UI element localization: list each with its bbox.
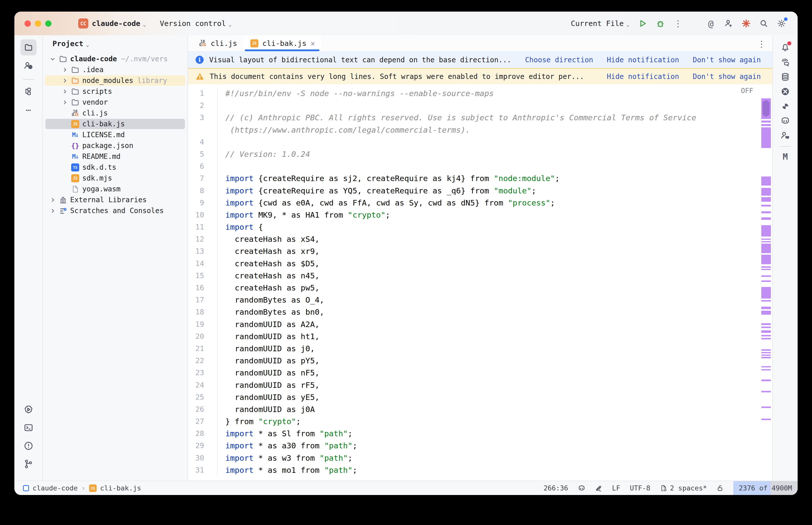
tab-cli-bak-js[interactable]: JS cli-bak.js ×: [243, 35, 321, 51]
line-number[interactable]: 6: [188, 160, 218, 172]
line-number[interactable]: [188, 124, 218, 136]
project-panel-header[interactable]: Project ⌄: [43, 35, 188, 52]
plugin-starburst-button[interactable]: [739, 16, 753, 31]
notifications-button[interactable]: [778, 41, 793, 55]
tree-item-readme-md[interactable]: M↓README.md: [43, 151, 188, 162]
line-number[interactable]: 15: [188, 270, 218, 282]
line-number[interactable]: 16: [188, 282, 218, 294]
indent-selector[interactable]: 2 spaces*: [660, 484, 707, 492]
line-number[interactable]: 28: [188, 427, 218, 439]
copilot-status-button[interactable]: [578, 484, 586, 492]
line-number[interactable]: 20: [188, 330, 218, 342]
project-widget[interactable]: claude-code ⌄: [92, 19, 149, 28]
line-number[interactable]: 5: [188, 148, 218, 160]
structure-toolwindow-button[interactable]: [20, 84, 36, 100]
line-number[interactable]: 11: [188, 221, 218, 233]
code-with-me-button[interactable]: [721, 16, 736, 31]
breadcrumb-file[interactable]: cli-bak.js: [100, 484, 141, 492]
debug-button[interactable]: [653, 16, 667, 31]
tree-item-sdk-d-ts[interactable]: TSsdk.d.ts: [43, 162, 188, 173]
chevron-right-icon[interactable]: [61, 67, 69, 73]
ai-assistant-button[interactable]: [778, 56, 793, 69]
line-number[interactable]: 12: [188, 233, 218, 245]
breadcrumb-project[interactable]: claude-code: [32, 484, 78, 492]
line-ending-selector[interactable]: LF: [612, 484, 620, 492]
line-number[interactable]: 7: [188, 172, 218, 184]
tab-options-button[interactable]: ⋮: [757, 39, 766, 49]
services-toolwindow-button[interactable]: [20, 402, 36, 418]
line-number[interactable]: 2: [188, 99, 218, 111]
highlighting-off-label[interactable]: OFF: [741, 87, 753, 94]
search-everywhere-button[interactable]: [757, 16, 771, 31]
settings-button[interactable]: [774, 16, 788, 31]
x-plugin-button[interactable]: [778, 85, 793, 98]
line-number[interactable]: 30: [188, 452, 218, 464]
line-number[interactable]: 1: [188, 87, 218, 99]
tree-item-claude-code[interactable]: claude-code~/.nvm/vers: [43, 54, 188, 64]
chevron-right-icon[interactable]: [61, 78, 69, 84]
line-number[interactable]: 8: [188, 184, 218, 197]
database-button[interactable]: [778, 70, 793, 84]
line-number[interactable]: 24: [188, 379, 218, 391]
code-with-me-chat-button[interactable]: [778, 129, 793, 142]
ai-mention-button[interactable]: @: [704, 16, 718, 31]
editor-scrollbar[interactable]: [760, 84, 772, 481]
minimize-window-button[interactable]: [35, 20, 41, 27]
tree-item-node-modules[interactable]: node_moduleslibrary: [43, 75, 188, 86]
line-number[interactable]: 25: [188, 391, 218, 403]
markdown-plugin-button[interactable]: M: [778, 150, 793, 163]
tree-item-scratches-and-consoles[interactable]: Scratches and Consoles: [43, 205, 188, 216]
line-number[interactable]: 26: [188, 403, 218, 415]
line-number[interactable]: 3: [188, 111, 218, 123]
copilot-button[interactable]: [778, 114, 793, 127]
tree-item-external-libraries[interactable]: External Libraries: [43, 194, 188, 205]
line-number[interactable]: 27: [188, 415, 218, 427]
line-number[interactable]: 22: [188, 355, 218, 366]
dont-show-again-link[interactable]: Don't show again: [693, 72, 761, 81]
problems-toolwindow-button[interactable]: [20, 438, 36, 454]
line-number[interactable]: 9: [188, 197, 218, 209]
chevron-down-icon[interactable]: [49, 56, 57, 62]
readonly-toggle[interactable]: [717, 485, 724, 492]
highlighting-level-button[interactable]: [595, 484, 603, 492]
line-number[interactable]: 13: [188, 245, 218, 257]
tree-item-yoga-wasm[interactable]: yoga.wasm: [43, 183, 188, 194]
line-number[interactable]: 14: [188, 257, 218, 270]
line-number[interactable]: 31: [188, 464, 218, 476]
choose-direction-link[interactable]: Choose direction: [525, 56, 593, 64]
breadcrumb[interactable]: claude-code › JS cli-bak.js: [23, 484, 141, 492]
close-tab-icon[interactable]: ×: [310, 39, 315, 48]
more-actions-button[interactable]: ⋮: [671, 16, 685, 31]
tree-item-license-md[interactable]: M↓LICENSE.md: [43, 129, 188, 140]
encoding-selector[interactable]: UTF-8: [630, 484, 650, 492]
run-button[interactable]: [636, 16, 650, 31]
project-toolwindow-button[interactable]: [20, 39, 36, 56]
tree-item-cli-bak-js[interactable]: JScli-bak.js: [43, 119, 188, 129]
line-number[interactable]: 19: [188, 318, 218, 330]
line-number[interactable]: 17: [188, 294, 218, 306]
line-number[interactable]: 4: [188, 136, 218, 148]
line-number[interactable]: 10: [188, 209, 218, 221]
plugin-pinwheel-button[interactable]: [778, 99, 793, 113]
line-number[interactable]: 21: [188, 342, 218, 355]
vcs-widget[interactable]: Version control ⌄: [160, 19, 234, 28]
chevron-right-icon[interactable]: [61, 89, 69, 94]
tree-item-scripts[interactable]: scripts: [43, 86, 188, 97]
line-number[interactable]: 23: [188, 366, 218, 379]
chevron-right-icon[interactable]: [61, 99, 69, 105]
memory-indicator[interactable]: 2376 of 4900M: [733, 481, 798, 495]
run-config-selector[interactable]: Current File ⌄: [571, 19, 632, 28]
tree-item--idea[interactable]: .idea: [43, 64, 188, 75]
tree-item-package-json[interactable]: {}package.json: [43, 140, 188, 151]
hide-notification-link[interactable]: Hide notification: [607, 72, 679, 81]
scrollbar-thumb[interactable]: [763, 100, 770, 117]
tab-cli-js[interactable]: 10OJS cli.js: [192, 35, 243, 51]
code-editor[interactable]: 1#!/usr/bin/env -S node --no-warnings --…: [188, 84, 772, 481]
line-number[interactable]: 29: [188, 439, 218, 452]
caret-position[interactable]: 266:36: [544, 484, 568, 492]
line-number[interactable]: 18: [188, 306, 218, 318]
chevron-right-icon[interactable]: [49, 208, 57, 214]
tree-item-vendor[interactable]: vendor: [43, 97, 188, 108]
tree-item-cli-js[interactable]: 10OJScli.js: [43, 108, 188, 119]
vcs-toolwindow-button[interactable]: [20, 456, 36, 472]
